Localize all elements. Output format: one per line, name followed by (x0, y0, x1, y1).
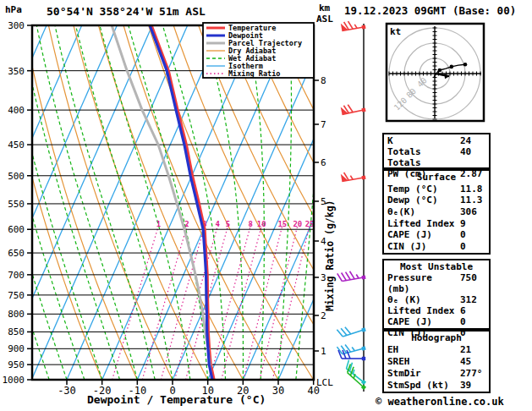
stat-row: K24 (387, 135, 485, 146)
stat-label: θₑ(K) (387, 206, 460, 217)
lcl-label: LCL (316, 377, 333, 388)
svg-text:7: 7 (321, 119, 326, 130)
stat-value: 277° (460, 368, 485, 379)
svg-text:8: 8 (321, 75, 326, 86)
svg-text:-30: -30 (58, 385, 76, 397)
pressure-axis: 3003504004505005506006507007508008509009… (3, 20, 33, 386)
stats-section-indices: K24Totals Totals40PW (cm)2.87 (382, 133, 491, 169)
stat-value: 11.3 (460, 195, 485, 206)
stat-row: Pressure (mb)750 (387, 272, 485, 294)
svg-text:350: 350 (8, 66, 25, 77)
stat-value: 750 (460, 272, 485, 294)
altitude-unit-km: km (319, 3, 330, 14)
stat-row: Temp (°C)11.8 (387, 184, 485, 195)
svg-text:750: 750 (8, 290, 25, 301)
stats-section-surface: SurfaceTemp (°C)11.8Dewp (°C)11.3θₑ(K)30… (382, 169, 491, 255)
stat-value: 312 (460, 294, 485, 305)
wind-barb-column (337, 19, 370, 392)
mixing-ratio-axis-label: Mixing Ratio (g/kg) (324, 200, 336, 311)
stat-row: EH21 (387, 344, 485, 355)
stat-value: 0 (460, 229, 485, 240)
page-title: 50°54'N 358°24'W 51m ASL (47, 5, 206, 18)
stat-label: CIN (J) (387, 241, 460, 252)
stat-label: Dewp (°C) (387, 195, 460, 206)
stat-row: Lifted Index9 (387, 218, 485, 229)
stat-label: θₑ (K) (387, 294, 460, 305)
svg-text:450: 450 (8, 140, 25, 151)
svg-text:500: 500 (8, 171, 25, 182)
svg-text:10: 10 (257, 220, 266, 228)
svg-text:20: 20 (293, 220, 302, 228)
altitude-unit-asl: ASL (316, 14, 333, 25)
stat-row: Totals Totals40 (387, 146, 485, 168)
stat-row: Lifted Index6 (387, 305, 485, 316)
svg-text:2: 2 (184, 220, 189, 228)
svg-text:550: 550 (8, 199, 25, 210)
svg-text:Mixing Ratio: Mixing Ratio (228, 69, 280, 78)
stat-value: 21 (460, 344, 485, 355)
wind-barb (337, 340, 365, 357)
stat-label: K (387, 135, 460, 146)
svg-text:4: 4 (216, 220, 221, 228)
stats-section-most-unstable: Most UnstablePressure (mb)750θₑ (K)312Li… (382, 259, 491, 330)
stat-row: θₑ (K)312 (387, 294, 485, 305)
stat-label: Totals Totals (387, 146, 460, 168)
stat-value: 39 (460, 380, 485, 391)
wind-barb (341, 169, 366, 184)
stat-label: StmDir (387, 368, 460, 379)
svg-text:1000: 1000 (3, 375, 25, 386)
svg-text:600: 600 (8, 224, 25, 235)
svg-text:850: 850 (8, 326, 25, 337)
stat-label: CAPE (J) (387, 229, 460, 240)
hodograph: 4080120 (387, 24, 484, 121)
stat-label: StmSpd (kt) (387, 380, 460, 391)
svg-text:800: 800 (8, 309, 25, 320)
svg-text:2: 2 (321, 310, 326, 321)
stats-section-hodograph: HodographEH21SREH45StmDir277°StmSpd (kt)… (382, 330, 491, 393)
stats-section-title: Surface (387, 172, 485, 183)
hodograph-unit-label: kt (390, 26, 401, 37)
copyright-footer: © weatheronline.co.uk (376, 396, 504, 408)
stat-value: 24 (460, 135, 485, 146)
stat-row: Dewp (°C)11.3 (387, 195, 485, 206)
stat-value: 306 (460, 206, 485, 217)
stat-row: θₑ(K)306 (387, 206, 485, 217)
x-axis-label: Dewpoint / Temperature (°C) (87, 393, 261, 406)
svg-text:8: 8 (248, 220, 252, 228)
stat-label: Lifted Index (387, 305, 460, 316)
stat-row: StmDir277° (387, 368, 485, 379)
stat-row: SREH45 (387, 356, 485, 367)
mixing-ratio-labels: 12345810152025 (156, 220, 315, 228)
svg-text:650: 650 (8, 248, 25, 259)
svg-text:30: 30 (272, 385, 284, 397)
stat-label: Temp (°C) (387, 184, 460, 195)
wind-barb (337, 321, 365, 340)
stat-value: 6 (460, 305, 485, 316)
stat-value: 11.8 (460, 184, 485, 195)
svg-text:15: 15 (277, 220, 287, 228)
svg-text:400: 400 (8, 105, 25, 116)
svg-text:1: 1 (321, 346, 326, 357)
svg-text:700: 700 (8, 270, 25, 281)
stat-label: SREH (387, 356, 460, 367)
stat-row: CAPE (J)0 (387, 229, 485, 240)
stat-value: 9 (460, 218, 485, 229)
wind-barb (341, 19, 366, 33)
skewt-sounding-page: 1234581015202530035040045050055060065070… (0, 0, 532, 411)
wind-barb (340, 101, 365, 117)
svg-text:1: 1 (156, 220, 161, 228)
svg-text:5: 5 (226, 220, 230, 228)
stat-label: CAPE (J) (387, 316, 460, 327)
svg-text:950: 950 (8, 359, 25, 370)
pressure-unit-label: hPa (5, 4, 22, 15)
chart-legend: TemperatureDewpointParcel TrajectoryDry … (203, 23, 314, 78)
stat-label: EH (387, 344, 460, 355)
stat-value: 0 (460, 316, 485, 327)
svg-text:6: 6 (321, 157, 326, 168)
stats-section-title: Hodograph (387, 332, 485, 343)
svg-text:300: 300 (8, 20, 25, 31)
stat-value: 40 (460, 146, 485, 168)
stat-row: CIN (J)0 (387, 241, 485, 252)
stats-panel: K24Totals Totals40PW (cm)2.87SurfaceTemp… (382, 133, 491, 393)
stat-value: 0 (460, 241, 485, 252)
